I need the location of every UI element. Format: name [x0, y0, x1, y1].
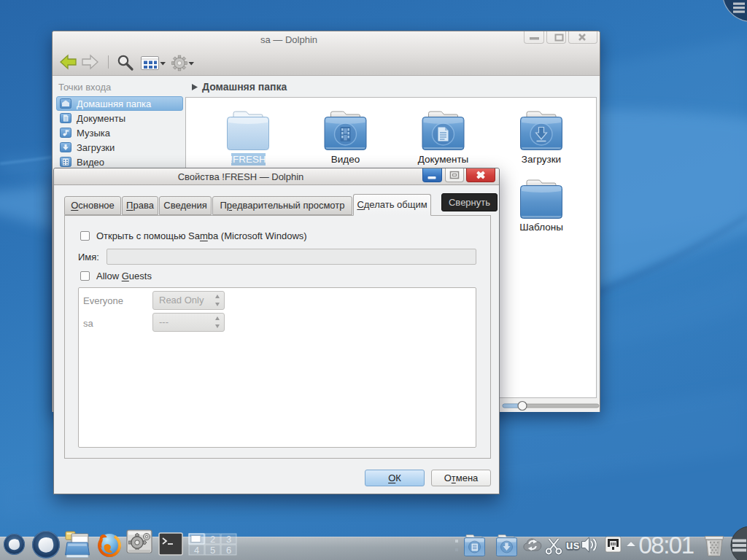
svg-text:Загрузки: Загрузки	[522, 154, 561, 165]
svg-text:2: 2	[210, 534, 215, 545]
svg-text:!FRESH: !FRESH	[230, 154, 266, 165]
svg-text:6: 6	[226, 545, 231, 556]
svg-text:5: 5	[210, 545, 215, 556]
svg-text:Видео: Видео	[331, 154, 360, 165]
svg-text:3: 3	[226, 534, 231, 545]
svg-text:Шаблоны: Шаблоны	[519, 222, 563, 233]
svg-text:08:01: 08:01	[638, 532, 693, 559]
svg-text:us: us	[566, 539, 580, 551]
svg-text:4: 4	[194, 545, 199, 556]
svg-text:Документы: Документы	[418, 154, 469, 165]
